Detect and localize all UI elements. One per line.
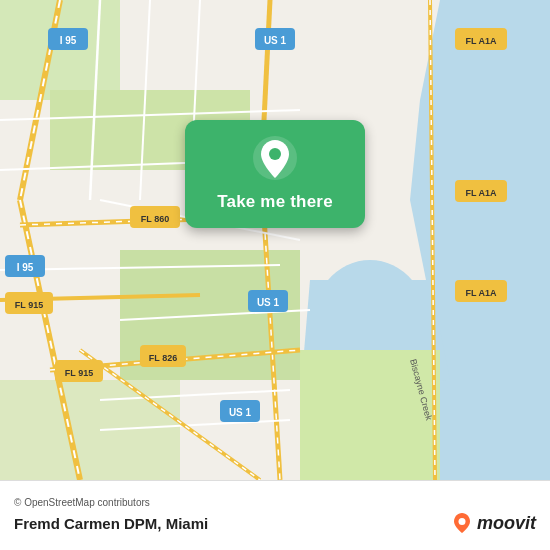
svg-text:FL 860: FL 860 — [141, 214, 169, 224]
svg-rect-8 — [0, 380, 180, 480]
svg-text:FL A1A: FL A1A — [465, 188, 497, 198]
map-container: I 95 US 1 FL A1A I 95 FL 860 FL A1A FL 9… — [0, 0, 550, 480]
moovit-logo[interactable]: moovit — [451, 512, 536, 534]
svg-text:FL 915: FL 915 — [15, 300, 43, 310]
bottom-row: Fremd Carmen DPM, Miami moovit — [14, 512, 536, 534]
svg-text:FL A1A: FL A1A — [465, 36, 497, 46]
location-name: Fremd Carmen DPM, Miami — [14, 515, 208, 532]
location-pin-icon — [251, 134, 299, 182]
take-me-there-card[interactable]: Take me there — [185, 120, 365, 228]
map-svg: I 95 US 1 FL A1A I 95 FL 860 FL A1A FL 9… — [0, 0, 550, 480]
take-me-there-label: Take me there — [217, 192, 333, 212]
svg-text:FL 915: FL 915 — [65, 368, 93, 378]
svg-text:US 1: US 1 — [264, 35, 287, 46]
moovit-text: moovit — [477, 513, 536, 534]
svg-text:US 1: US 1 — [229, 407, 252, 418]
svg-text:FL A1A: FL A1A — [465, 288, 497, 298]
svg-text:I 95: I 95 — [60, 35, 77, 46]
osm-attribution: © OpenStreetMap contributors — [14, 497, 536, 508]
svg-point-62 — [458, 518, 465, 525]
svg-point-61 — [269, 148, 281, 160]
svg-text:US 1: US 1 — [257, 297, 280, 308]
svg-text:FL 826: FL 826 — [149, 353, 177, 363]
moovit-pin-icon — [451, 512, 473, 534]
svg-text:I 95: I 95 — [17, 262, 34, 273]
bottom-bar: © OpenStreetMap contributors Fremd Carme… — [0, 480, 550, 550]
